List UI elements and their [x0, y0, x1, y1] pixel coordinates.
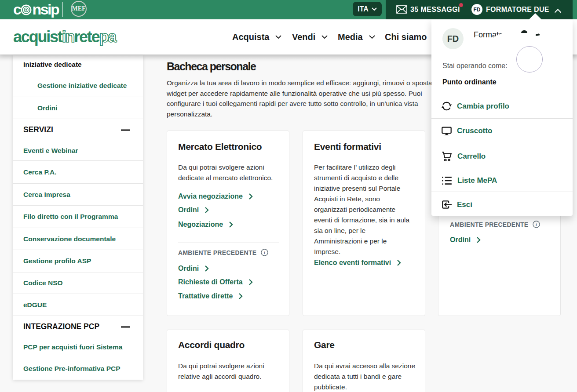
- svg-text:i: i: [264, 250, 265, 255]
- svg-text:i: i: [536, 222, 537, 227]
